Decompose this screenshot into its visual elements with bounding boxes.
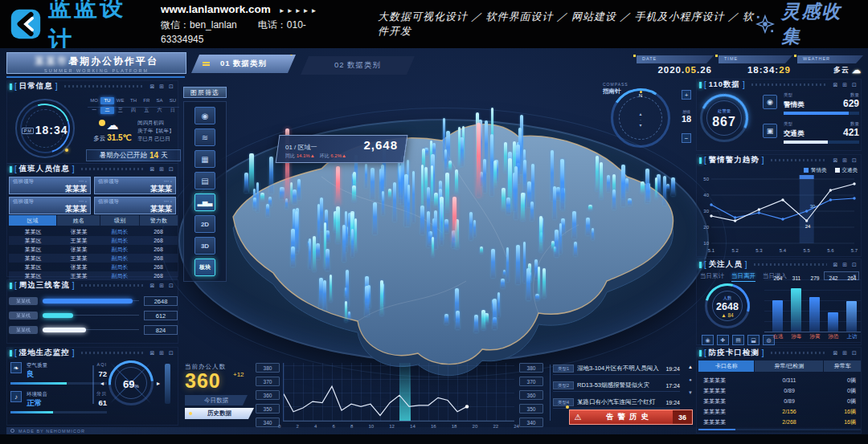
focus-bar[interactable] — [809, 297, 820, 332]
duty-leader-card[interactable]: 值班领导⋯ ◦某某某 — [94, 177, 176, 194]
alert-history-button[interactable]: ⚠ 告警历史 36 — [569, 409, 693, 425]
panel-controls[interactable]: ⊠ ⊞ ⊡ — [150, 283, 176, 289]
bar-value-label: 279 — [806, 275, 824, 281]
duty-leader-card[interactable]: 值班领导⋯ ◦某某某 — [9, 197, 91, 214]
gauge-next-arrow[interactable]: ▸ — [157, 380, 160, 387]
focus-gauge-value: 2648 — [707, 301, 747, 312]
weekday-cell[interactable]: MO — [88, 97, 100, 104]
checkpoint-table-header[interactable]: 卡口名称异常/已检测异常车 — [698, 360, 861, 372]
y-axis-tick-box: 360 — [256, 390, 280, 400]
panel-controls[interactable]: ⊠ ⊞ ⊡ — [150, 84, 176, 90]
collect-label: 灵感收集 — [781, 0, 855, 49]
eco-slider-right[interactable] — [165, 364, 170, 404]
tab-data-category-2[interactable]: 02 数据类别 — [301, 56, 415, 75]
card-menu-icon[interactable]: ⋯ ◦ — [78, 198, 87, 205]
layer-2d-button[interactable]: 2D — [194, 215, 215, 233]
focus-bar[interactable] — [846, 301, 857, 332]
table-row[interactable]: 某某某某0/3110辆 — [698, 375, 861, 385]
gauge-prev-arrow[interactable]: ◂ — [100, 380, 104, 387]
bar-chart-icon: ▂▅▃ — [198, 199, 212, 206]
table-row[interactable]: 某某区张某某副局长268 — [9, 263, 178, 271]
table-row[interactable]: 某某某某0/890辆 — [698, 385, 861, 396]
panel-controls[interactable]: ⊠ ⊞ ⊡ — [833, 157, 859, 164]
layer-barchart-button[interactable]: ▂▅▃ — [194, 193, 215, 211]
weekday-cell[interactable]: 四 — [127, 107, 140, 114]
weekday-cell[interactable]: 二 — [100, 107, 113, 114]
clock-accent-dot — [65, 149, 68, 152]
map-tooltip[interactable]: 01 / 区域一2,648 同比 14.1%▲环比 6.2%▲ — [276, 135, 408, 163]
layer-signal-button[interactable]: ≋ — [194, 128, 215, 146]
table-row[interactable]: 某某区王某某副局长268 — [9, 236, 178, 245]
panel-controls[interactable]: ⊠ ⊞ ⊡ — [150, 166, 176, 173]
table-row[interactable]: 某某某某2/15616辆 — [698, 406, 861, 417]
focus-tab[interactable]: 当日离开 — [731, 272, 755, 282]
weekday-cell[interactable]: TU — [100, 97, 113, 104]
zoom-out-button[interactable]: − — [682, 133, 691, 143]
layer-building-button[interactable]: ▤ — [194, 172, 215, 189]
layer-block-button[interactable]: 板块 — [194, 259, 215, 276]
card-menu-icon[interactable]: ⋯ ◦ — [163, 198, 172, 205]
panel-controls[interactable]: ⊠ ⊞ ⊡ — [833, 262, 859, 268]
panel-controls[interactable]: ⊠ ⊞ ⊡ — [150, 350, 176, 356]
alert-row[interactable]: 类型2RD13-53烟感报警疑似火灾17:24 — [553, 380, 680, 392]
table-row[interactable]: 某某某某0/890辆 — [698, 396, 861, 406]
duty-table-header[interactable]: 区域姓名级别警力数 — [9, 215, 178, 226]
table-row[interactable]: 某某某某2/26816辆 — [698, 417, 861, 427]
page-title: 暑期办公协作平台 — [68, 55, 158, 67]
focus-bar[interactable] — [791, 288, 801, 332]
weekday-cell[interactable]: SU — [166, 97, 179, 104]
layer-grid-button[interactable]: ▦ — [194, 150, 215, 168]
weekday-cell[interactable]: 六 — [153, 107, 166, 114]
eco-gauge-value: 69 — [123, 378, 134, 390]
weekday-cell[interactable]: SA — [153, 97, 166, 104]
weekday-cell[interactable]: 五 — [140, 107, 153, 114]
table-row[interactable]: 某某区张某某副局长268 — [9, 245, 178, 254]
eco-slider-left[interactable] — [92, 365, 94, 404]
today-data-button[interactable]: 今日数据 — [185, 395, 248, 405]
svg-text:30: 30 — [703, 209, 709, 214]
zoom-in-button[interactable]: + — [682, 90, 691, 100]
weekday-cell[interactable]: 三 — [114, 107, 127, 114]
table-row[interactable]: 某某区张某某副局长268 — [9, 227, 178, 236]
scroll-down-icon[interactable]: ▼ — [688, 390, 693, 395]
list-icon[interactable]: ▤ — [732, 335, 744, 345]
duty-leader-card[interactable]: 值班领导⋯ ◦某某某 — [94, 197, 176, 214]
dots-divider — [771, 159, 827, 161]
office-line-chart[interactable] — [283, 363, 514, 422]
focus-bar-chart[interactable]: 264在逃311涉毒279涉黄242涉恐264上访 — [764, 275, 861, 343]
duty-leader-card[interactable]: 值班领导⋯ ◦某某某 — [9, 177, 91, 194]
person-icon[interactable]: ◉ — [702, 335, 714, 345]
focus-bar[interactable] — [772, 300, 783, 332]
layer-camera-button[interactable]: ◉ — [194, 107, 215, 124]
alert-row[interactable]: 类型1湿地3-104片区有不明人员闯入19:24 — [553, 363, 680, 375]
cloud-icon: ☁ — [852, 65, 862, 75]
plus-icon[interactable]: ✚ — [717, 335, 729, 345]
alert-row[interactable]: 类型4某路口有小汽车连闯三个红灯19:24 — [553, 397, 680, 409]
trend-legend[interactable]: 警情类 交通类 — [804, 167, 858, 174]
focus-tab[interactable]: 当日累计 — [700, 272, 724, 282]
weekday-cell[interactable]: WE — [114, 97, 127, 104]
panel-controls[interactable]: ⊠ ⊞ ⊡ — [833, 350, 859, 356]
brand-url[interactable]: www.lanlanwork.com — [161, 3, 271, 15]
tab-data-category-1[interactable]: 01 数据类别 — [191, 55, 296, 73]
card-menu-icon[interactable]: ⋯ ◦ — [78, 178, 87, 185]
weekday-cell[interactable]: 日 — [166, 107, 179, 114]
table-row[interactable]: 某某区王某某副局长268 — [9, 254, 178, 263]
compass-ring[interactable]: N ▴·▾ — [611, 88, 670, 148]
layer-3d-button[interactable]: 3D — [194, 237, 215, 255]
panel-controls[interactable]: ⊠ ⊞ ⊡ — [833, 82, 859, 88]
focus-bar[interactable] — [828, 312, 838, 332]
weekday-cell[interactable]: FR — [140, 97, 153, 104]
weekday-row-cn[interactable]: 一二三四五六日 — [88, 107, 179, 116]
flow-value: 824 — [144, 325, 178, 335]
lock-icon[interactable]: ⬓ — [747, 335, 760, 345]
inspiration-collect[interactable]: 灵感收集 — [755, 0, 855, 49]
history-data-button[interactable]: 历史数据 — [185, 408, 254, 419]
weekday-cell[interactable]: TH — [127, 97, 140, 104]
trend-line-chart[interactable]: 504030201030245.15.25.35.45.55.65.7 — [698, 174, 861, 255]
card-menu-icon[interactable]: ⋯ ◦ — [163, 178, 172, 185]
scroll-up-icon[interactable]: ▲ — [688, 365, 693, 369]
alarm-count: 629 — [843, 98, 859, 109]
weekday-cell[interactable]: 一 — [88, 107, 100, 114]
lunar-calendar: 闰四月初四 庚子年【鼠年】 辛巳月 己巳日 — [137, 119, 181, 143]
